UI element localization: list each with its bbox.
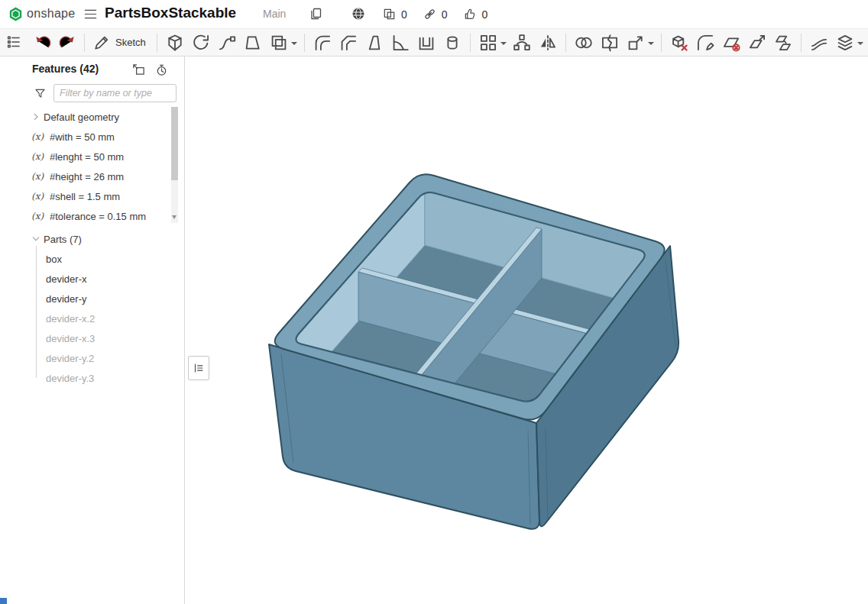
- split-icon[interactable]: [599, 32, 620, 53]
- extrude-icon[interactable]: [164, 32, 186, 53]
- hamburger-menu-icon[interactable]: [83, 7, 98, 21]
- toolbar-separator: [661, 34, 662, 52]
- toolbar-separator: [157, 34, 157, 52]
- part-row-devider-x2[interactable]: devider-x.2: [0, 308, 170, 328]
- feature-label: #with = 50 mm: [50, 131, 115, 143]
- mirror-icon[interactable]: [537, 32, 559, 53]
- hole-icon[interactable]: [442, 32, 463, 53]
- feature-filter-input[interactable]: [53, 84, 177, 102]
- feature-row-default-geometry[interactable]: Default geometry: [0, 107, 170, 127]
- thicken-icon[interactable]: [268, 32, 290, 53]
- insert-element-icon[interactable]: [131, 63, 146, 77]
- variable-icon: (x): [31, 191, 47, 202]
- part-label: devider-x: [46, 273, 86, 285]
- toolbar-separator: [470, 34, 471, 52]
- document-title[interactable]: PartsBoxStackable: [105, 5, 236, 21]
- variable-icon: (x): [31, 211, 47, 221]
- loft-icon[interactable]: [242, 32, 264, 53]
- features-panel-title: Features (42): [32, 63, 99, 75]
- fillet-icon[interactable]: [312, 32, 333, 53]
- part-row-devider-y3[interactable]: devider-y.3: [0, 368, 170, 388]
- copy-document-icon[interactable]: [308, 6, 323, 21]
- feature-label: #lenght = 50 mm: [50, 151, 124, 163]
- likes-count: 0: [482, 8, 488, 21]
- feature-label: #tolerance = 0.15 mm: [50, 211, 146, 222]
- features-scrollbar[interactable]: [171, 107, 178, 223]
- part-row-devider-x3[interactable]: devider-x.3: [0, 328, 170, 348]
- replace-face-icon[interactable]: [772, 32, 794, 53]
- rollback-clock-icon[interactable]: [154, 63, 169, 77]
- onshape-logo-icon[interactable]: [8, 6, 24, 22]
- chevron-right-icon[interactable]: [31, 112, 40, 121]
- modify-fillet-icon[interactable]: [695, 32, 716, 53]
- undo-icon[interactable]: [33, 33, 53, 53]
- copies-count-icon[interactable]: [382, 7, 397, 21]
- scrollbar-down-arrow-icon[interactable]: [172, 215, 177, 219]
- thicken-dropdown-caret[interactable]: [291, 42, 297, 45]
- parts-section-header[interactable]: Parts (7): [0, 229, 170, 249]
- feature-list-icon[interactable]: [5, 34, 22, 50]
- panel-toggle-button[interactable]: [188, 356, 209, 380]
- app-name[interactable]: onshape: [27, 7, 76, 21]
- delete-part-icon[interactable]: [669, 32, 690, 53]
- feature-label: Default geometry: [44, 111, 119, 123]
- links-count-icon[interactable]: [423, 7, 437, 21]
- rib-icon[interactable]: [390, 32, 411, 53]
- filter-funnel-icon[interactable]: [34, 87, 47, 100]
- copies-count: 0: [401, 8, 407, 21]
- feature-row-variable[interactable]: (x) #shell = 1.5 mm: [0, 186, 170, 206]
- sweep-icon[interactable]: [216, 32, 238, 53]
- sketch-icon[interactable]: [92, 33, 112, 53]
- panel-toggle-icon: [192, 361, 206, 375]
- onshape-app: onshape PartsBoxStackable Main 0: [0, 0, 868, 604]
- linear-pattern-icon[interactable]: [478, 32, 499, 53]
- workspace-label[interactable]: Main: [263, 8, 286, 20]
- draft-icon[interactable]: [364, 32, 385, 53]
- part-row-devider-y2[interactable]: devider-y.2: [0, 348, 170, 368]
- redo-icon[interactable]: [57, 33, 77, 53]
- part-label: devider-x.2: [46, 313, 95, 325]
- feature-row-variable[interactable]: (x) #with = 50 mm: [0, 127, 170, 147]
- part-row-box[interactable]: box: [0, 249, 170, 269]
- part-label: devider-y: [46, 293, 86, 305]
- sketch-button-label[interactable]: Sketch: [115, 37, 146, 48]
- shell-icon[interactable]: [416, 32, 437, 53]
- parts-box-model[interactable]: [185, 57, 868, 604]
- delete-face-icon[interactable]: [721, 32, 742, 53]
- feature-row-variable[interactable]: (x) #lenght = 50 mm: [0, 147, 170, 166]
- variable-icon: (x): [31, 131, 47, 142]
- composite-part-icon[interactable]: [834, 32, 856, 53]
- revolve-icon[interactable]: [190, 32, 212, 53]
- features-scrollbar-thumb[interactable]: [171, 107, 178, 180]
- feature-label: #shell = 1.5 mm: [50, 191, 120, 202]
- feature-row-variable[interactable]: (x) #height = 26 mm: [0, 166, 170, 186]
- circular-pattern-icon[interactable]: [511, 32, 533, 53]
- composite-part-dropdown-caret[interactable]: [857, 42, 863, 45]
- feature-row-variable[interactable]: (x) #tolerance = 0.15 mm: [0, 206, 170, 226]
- chamfer-icon[interactable]: [338, 32, 359, 53]
- chevron-down-icon[interactable]: [31, 234, 40, 244]
- offset-surface-icon[interactable]: [808, 32, 830, 53]
- toolbar-separator: [801, 34, 802, 52]
- part-row-devider-x[interactable]: devider-x: [0, 269, 170, 289]
- likes-count-icon[interactable]: [463, 7, 478, 21]
- part-label: devider-y.2: [46, 353, 94, 364]
- part-label: box: [46, 254, 62, 265]
- variable-icon: (x): [31, 151, 47, 162]
- document-stats: 0 0 0: [382, 0, 498, 28]
- parts-section-label: Parts (7): [44, 234, 82, 245]
- part-label: devider-y.3: [46, 373, 94, 384]
- links-count: 0: [442, 8, 448, 21]
- linear-pattern-dropdown-caret[interactable]: [500, 42, 507, 45]
- bottom-bar-fragment: [0, 598, 7, 604]
- boolean-icon[interactable]: [573, 32, 594, 53]
- transform-dropdown-caret[interactable]: [648, 42, 654, 45]
- part-row-devider-y[interactable]: devider-y: [0, 289, 170, 308]
- transform-icon[interactable]: [625, 32, 646, 53]
- feature-label: #height = 26 mm: [50, 171, 124, 182]
- toolbar-separator: [304, 34, 305, 52]
- public-globe-icon[interactable]: [351, 6, 366, 21]
- 3d-viewport[interactable]: [185, 57, 868, 604]
- features-panel: Features (42) Default geometry (x) #with…: [0, 57, 185, 604]
- move-face-icon[interactable]: [747, 32, 768, 53]
